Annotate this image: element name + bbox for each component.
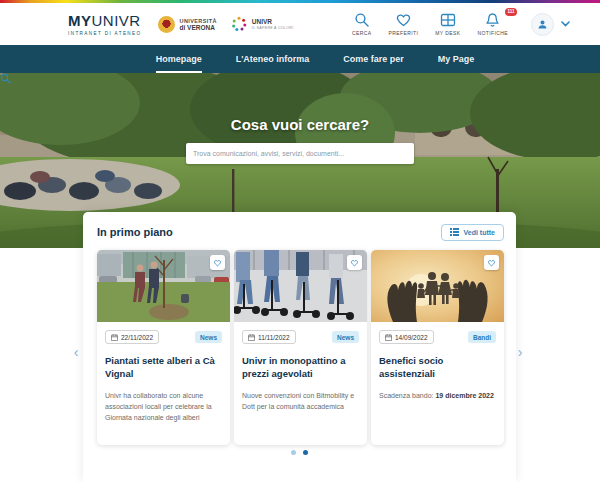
notifications-action-label: NOTIFICHE xyxy=(477,30,508,36)
verona-logo-line2: di VERONA xyxy=(180,24,217,31)
calendar-icon xyxy=(248,334,255,341)
hero-search-bar[interactable] xyxy=(186,143,414,164)
avatar[interactable] xyxy=(531,13,554,36)
nav-item-come-fare-per[interactable]: Come fare per xyxy=(343,45,404,73)
favorite-button[interactable] xyxy=(347,255,362,270)
section-title: In primo piano xyxy=(97,226,173,238)
chevron-down-icon[interactable] xyxy=(561,21,570,27)
card-date: 11/11/2022 xyxy=(242,330,296,344)
news-card-alberi[interactable]: 22/11/2022 News Piantati sette alberi a … xyxy=(97,250,230,445)
nav-item-my-page[interactable]: My Page xyxy=(438,45,475,73)
list-icon xyxy=(450,228,459,236)
carousel-dot-2[interactable] xyxy=(303,450,308,455)
universita-verona-logo[interactable]: UNIVERSITÀ di VERONA xyxy=(158,16,217,33)
search-action-button[interactable]: CERCA xyxy=(352,12,372,36)
univr-colors-logo[interactable]: UNIVR IL SAPERE A COLORI xyxy=(231,16,294,32)
category-badge: Bandi xyxy=(468,331,496,343)
hero-title: Cosa vuoi cercare? xyxy=(231,116,369,133)
notifications-count-badge: 111 xyxy=(505,8,517,16)
favorite-button[interactable] xyxy=(484,255,499,270)
bandi-card-benefici[interactable]: 14/09/2022 Bandi Benefici socio assisten… xyxy=(371,250,504,445)
card-description: Scadenza bando: 19 dicembre 2022 xyxy=(379,390,496,401)
bell-icon xyxy=(485,12,500,28)
card-title[interactable]: Benefici socio assistenziali xyxy=(379,355,496,381)
search-action-label: CERCA xyxy=(352,30,372,36)
card-date: 14/09/2022 xyxy=(379,330,434,344)
person-icon xyxy=(537,19,548,30)
calendar-icon xyxy=(111,334,118,341)
verona-crest-icon xyxy=(158,16,175,33)
brand-subtitle: INTRANET DI ATENEO xyxy=(68,31,142,36)
carousel-dots xyxy=(83,450,516,455)
univr-logo-name: UNIVR xyxy=(252,18,294,25)
favorites-action-button[interactable]: PREFERITI xyxy=(389,12,419,36)
heart-icon xyxy=(395,12,412,28)
main-nav: Homepage L'Ateneo informa Come fare per … xyxy=(0,45,600,73)
mydesk-action-label: MY DESK xyxy=(435,30,460,36)
in-primo-piano-panel: In primo piano Vedi tutte xyxy=(83,212,516,482)
heart-icon xyxy=(350,259,359,267)
panel-header: In primo piano Vedi tutte xyxy=(97,222,504,242)
favorite-button[interactable] xyxy=(210,255,225,270)
heart-icon xyxy=(213,259,222,267)
category-badge: News xyxy=(195,331,222,343)
card-title[interactable]: Univr in monopattino a prezzi agevolati xyxy=(242,355,359,381)
notifications-action-button[interactable]: 111 NOTIFICHE xyxy=(477,12,508,36)
user-menu[interactable] xyxy=(531,13,570,36)
featured-cards: 22/11/2022 News Piantati sette alberi a … xyxy=(97,250,504,445)
card-description: Univr ha collaborato con alcune associaz… xyxy=(105,390,222,424)
carousel-prev-button[interactable]: ‹ xyxy=(68,344,84,360)
myunivr-logo[interactable]: MYUNIVR INTRANET DI ATENEO xyxy=(68,13,142,36)
grid-window-icon xyxy=(440,12,456,28)
favorites-action-label: PREFERITI xyxy=(389,30,419,36)
mydesk-action-button[interactable]: MY DESK xyxy=(435,12,460,36)
carousel-next-button[interactable]: › xyxy=(512,344,528,360)
card-title[interactable]: Piantati sette alberi a Cà Vignal xyxy=(105,355,222,381)
search-icon xyxy=(354,12,370,28)
header: MYUNIVR INTRANET DI ATENEO UNIVERSITÀ di… xyxy=(0,3,600,45)
univr-dots-icon xyxy=(231,16,247,32)
nav-item-ateneo-informa[interactable]: L'Ateneo informa xyxy=(236,45,310,73)
myunivr-portal-page: MYUNIVR INTRANET DI ATENEO UNIVERSITÀ di… xyxy=(0,0,600,482)
view-all-label: Vedi tutte xyxy=(463,229,495,236)
view-all-button[interactable]: Vedi tutte xyxy=(441,224,504,241)
heart-icon xyxy=(487,259,496,267)
carousel-dot-1[interactable] xyxy=(291,450,296,455)
nav-item-homepage[interactable]: Homepage xyxy=(156,45,202,73)
hero-search-input[interactable] xyxy=(193,150,407,157)
brand-name: MYUNIVR xyxy=(68,13,142,28)
card-date: 22/11/2022 xyxy=(105,330,159,344)
news-card-monopattino[interactable]: 11/11/2022 News Univr in monopattino a p… xyxy=(234,250,367,445)
header-actions: CERCA PREFERITI MY DESK xyxy=(352,12,570,36)
category-badge: News xyxy=(332,331,359,343)
calendar-icon xyxy=(385,334,392,341)
card-description: Nuove convenzioni con Bitmobility e Dott… xyxy=(242,390,359,412)
search-submit-icon[interactable] xyxy=(0,73,11,84)
univr-logo-tagline: IL SAPERE A COLORI xyxy=(252,26,294,30)
